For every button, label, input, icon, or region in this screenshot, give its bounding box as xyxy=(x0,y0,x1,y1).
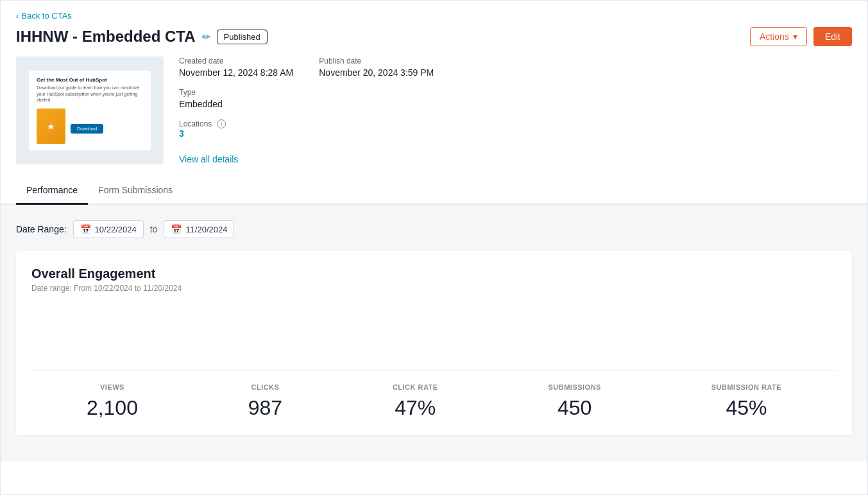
actions-chevron-icon: ▾ xyxy=(793,31,797,42)
engagement-card: Overall Engagement Date range: From 10/2… xyxy=(16,251,852,435)
date-from-input[interactable]: 📅 10/22/2024 xyxy=(73,220,144,238)
date-to-value: 11/20/2024 xyxy=(185,225,227,234)
created-date-label: Created date xyxy=(179,56,293,65)
tab-performance[interactable]: Performance xyxy=(16,177,88,205)
date-to-input[interactable]: 📅 11/20/2024 xyxy=(164,220,234,238)
page-title: IHHNW - Embedded CTA xyxy=(16,28,196,46)
metric-clicks: CLICKS 987 xyxy=(248,383,282,420)
edit-pencil-icon[interactable]: ✏ xyxy=(202,31,210,43)
date-separator: to xyxy=(150,224,158,234)
meta-col-right: Publish date November 20, 2024 3:59 PM xyxy=(319,56,434,164)
locations-label: Locations xyxy=(179,119,212,128)
metric-click-rate-label: CLICK RATE xyxy=(393,383,438,391)
publish-date-group: Publish date November 20, 2024 3:59 PM xyxy=(319,56,434,78)
metric-submissions-label: SUBMISSIONS xyxy=(548,383,601,391)
type-label: Type xyxy=(179,88,293,97)
metric-submissions-value: 450 xyxy=(548,396,601,420)
created-date-value: November 12, 2024 8:28 AM xyxy=(179,67,293,78)
metric-submission-rate: SUBMISSION RATE 45% xyxy=(711,383,781,420)
metric-clicks-value: 987 xyxy=(248,396,282,420)
title-row: IHHNW - Embedded CTA ✏ Published Actions… xyxy=(16,27,852,46)
calendar-to-icon: 📅 xyxy=(171,224,182,234)
date-range-label: Date Range: xyxy=(16,224,67,234)
engagement-subtitle: Date range: From 10/22/2024 to 11/20/202… xyxy=(31,284,837,293)
metrics-row: VIEWS 2,100 CLICKS 987 CLICK RATE 47% SU… xyxy=(31,370,837,420)
publish-date-label: Publish date xyxy=(319,56,434,65)
date-range-row: Date Range: 📅 10/22/2024 to 📅 11/20/2024 xyxy=(16,220,852,238)
back-link-label: Back to CTAs xyxy=(21,11,72,21)
type-group: Type Embedded xyxy=(179,88,293,109)
locations-group: Locations i 3 xyxy=(179,119,293,139)
type-value: Embedded xyxy=(179,99,223,109)
back-chevron-icon: ‹ xyxy=(16,11,19,21)
back-to-ctas-link[interactable]: ‹ Back to CTAs xyxy=(16,11,852,21)
metric-click-rate-value: 47% xyxy=(393,396,438,420)
metric-clicks-label: CLICKS xyxy=(248,383,282,391)
metric-views: VIEWS 2,100 xyxy=(87,383,138,420)
cta-meta: Created date November 12, 2024 8:28 AM T… xyxy=(179,56,852,164)
title-right: Actions ▾ Edit xyxy=(750,27,852,46)
metric-submissions: SUBMISSIONS 450 xyxy=(548,383,601,420)
metric-submission-rate-value: 45% xyxy=(711,396,781,420)
cta-preview-image: Get the Most Out of HubSpot Download our… xyxy=(16,56,164,164)
calendar-from-icon: 📅 xyxy=(80,224,91,234)
metric-views-value: 2,100 xyxy=(87,396,138,420)
locations-info-icon[interactable]: i xyxy=(217,119,226,128)
created-date-group: Created date November 12, 2024 8:28 AM xyxy=(179,56,293,78)
meta-col-left: Created date November 12, 2024 8:28 AM T… xyxy=(179,56,293,164)
locations-count: 3 xyxy=(179,128,184,139)
actions-button[interactable]: Actions ▾ xyxy=(750,27,807,46)
metric-click-rate: CLICK RATE 47% xyxy=(393,383,438,420)
chart-area xyxy=(31,318,837,357)
view-all-details-link[interactable]: View all details xyxy=(179,154,293,164)
metric-views-label: VIEWS xyxy=(87,383,138,391)
date-from-value: 10/22/2024 xyxy=(95,225,137,234)
tabs-bar: Performance Form Submissions xyxy=(1,177,867,205)
engagement-title: Overall Engagement xyxy=(31,266,837,281)
title-left: IHHNW - Embedded CTA ✏ Published xyxy=(16,28,268,46)
edit-button[interactable]: Edit xyxy=(813,27,852,46)
tab-form-submissions[interactable]: Form Submissions xyxy=(88,177,183,205)
metric-submission-rate-label: SUBMISSION RATE xyxy=(711,383,781,391)
publish-date-value: November 20, 2024 3:59 PM xyxy=(319,67,434,78)
status-badge: Published xyxy=(217,30,268,44)
performance-content: Date Range: 📅 10/22/2024 to 📅 11/20/2024… xyxy=(1,205,867,462)
cta-detail: Get the Most Out of HubSpot Download our… xyxy=(1,56,867,177)
